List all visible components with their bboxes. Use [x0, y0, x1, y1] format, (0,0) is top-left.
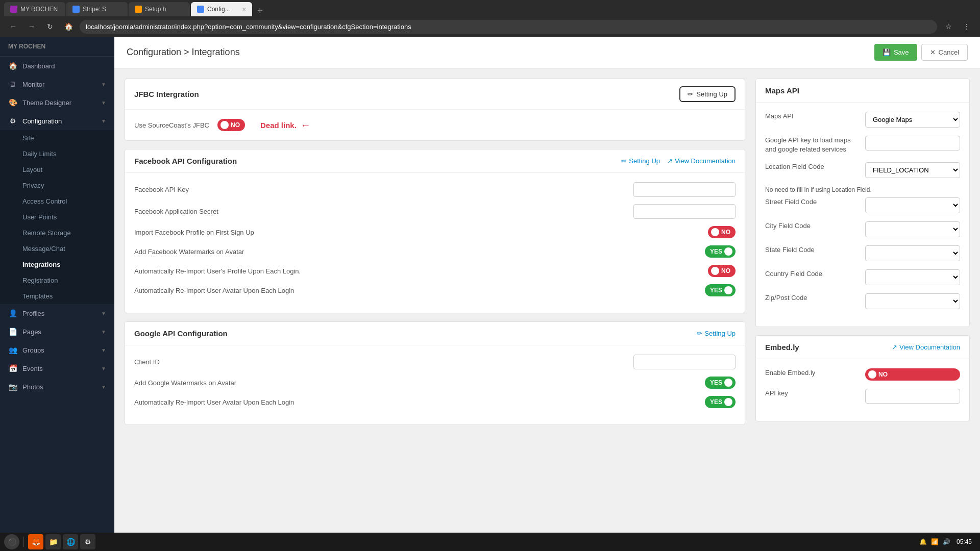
google-api-key-input[interactable]	[865, 136, 960, 151]
toggle-state: NO	[721, 229, 730, 236]
chevron-down-icon: ▼	[101, 329, 106, 335]
facebook-import-profile-toggle[interactable]: NO	[708, 226, 736, 238]
sidebar-item-privacy[interactable]: Privacy	[0, 178, 114, 193]
location-field-row: Location Field Code FIELD_LOCATION	[765, 162, 960, 178]
sidebar-item-pages[interactable]: 📄 Pages ▼	[0, 322, 114, 341]
embedly-api-key-input[interactable]	[865, 389, 960, 404]
sidebar-item-monitor[interactable]: 🖥 Monitor ▼	[0, 75, 114, 93]
toggle-state: YES	[710, 379, 722, 386]
sidebar-item-groups[interactable]: 👥 Groups ▼	[0, 341, 114, 359]
sidebar-item-site[interactable]: Site	[0, 130, 114, 146]
taskbar-app-2[interactable]: 📁	[45, 534, 61, 549]
view-doc-label: View Documentation	[675, 157, 736, 165]
maps-api-select[interactable]: Google Maps OpenStreetMap None	[865, 112, 960, 128]
back-button[interactable]: ←	[6, 19, 20, 34]
sidebar-item-theme-designer[interactable]: 🎨 Theme Designer ▼	[0, 93, 114, 112]
external-link-icon: ↗	[892, 343, 897, 351]
tab-label: MY ROCHEN	[20, 6, 58, 13]
sidebar-item-message-chat[interactable]: Message/Chat	[0, 241, 114, 257]
embedly-view-doc-button[interactable]: ↗ View Documentation	[892, 343, 960, 351]
maps-title: Maps API	[765, 86, 799, 95]
facebook-app-secret-input[interactable]	[633, 204, 736, 219]
tab-config[interactable]: Config... ✕	[191, 2, 252, 16]
facebook-import-profile-row: Import Facebook Profile on First Sign Up…	[134, 226, 736, 238]
home-button[interactable]: 🏠	[61, 19, 76, 34]
tab-myrochen[interactable]: MY ROCHEN	[4, 2, 65, 16]
configuration-icon: ⚙	[8, 116, 17, 126]
header-actions: 💾 Save ✕ Cancel	[874, 44, 968, 61]
no-fill-note: No need to fill in if using Location Fie…	[765, 186, 960, 193]
page-title: Configuration > Integrations	[127, 47, 240, 58]
sidebar-item-label: Pages	[22, 328, 41, 336]
setting-up-label: Setting Up	[704, 330, 736, 337]
country-field-select[interactable]	[865, 269, 960, 285]
sidebar-logo: MY ROCHEN	[0, 37, 114, 57]
facebook-api-key-row: Facebook API Key	[134, 182, 736, 197]
facebook-reimport-avatar-toggle[interactable]: YES	[705, 284, 736, 296]
sidebar-item-events[interactable]: 📅 Events ▼	[0, 359, 114, 378]
sidebar-item-user-points[interactable]: User Points	[0, 209, 114, 225]
bookmark-button[interactable]: ☆	[941, 19, 955, 34]
location-field-select[interactable]: FIELD_LOCATION	[865, 162, 960, 178]
sidebar-item-access-control[interactable]: Access Control	[0, 193, 114, 209]
refresh-button[interactable]: ↻	[43, 19, 57, 34]
sidebar-item-remote-storage[interactable]: Remote Storage	[0, 225, 114, 241]
arrow-left-icon: ←	[301, 119, 311, 131]
street-field-select[interactable]	[865, 197, 960, 213]
google-reimport-avatar-toggle[interactable]: YES	[705, 396, 736, 408]
save-button[interactable]: 💾 Save	[874, 44, 917, 61]
facebook-reimport-avatar-label: Automatically Re-Import User Avatar Upon…	[134, 287, 705, 294]
state-field-select[interactable]	[865, 245, 960, 261]
sidebar-item-configuration[interactable]: ⚙ Configuration ▼	[0, 112, 114, 130]
sidebar-item-photos[interactable]: 📷 Photos ▼	[0, 378, 114, 396]
address-input[interactable]	[80, 20, 937, 34]
sidebar-item-daily-limits[interactable]: Daily Limits	[0, 146, 114, 162]
facebook-watermark-toggle[interactable]: YES	[705, 245, 736, 258]
zip-field-select[interactable]	[865, 293, 960, 309]
taskbar-app-4[interactable]: ⚙	[80, 534, 95, 549]
sidebar-item-templates[interactable]: Templates	[0, 288, 114, 304]
sidebar-item-integrations[interactable]: Integrations	[0, 257, 114, 272]
right-panel: Maps API Maps API Google Maps OpenStreet…	[755, 79, 970, 425]
toggle-knob	[711, 228, 719, 236]
google-watermark-toggle[interactable]: YES	[705, 377, 736, 389]
sidebar-item-profiles[interactable]: 👤 Profiles ▼	[0, 304, 114, 322]
taskbar-time: 05:45	[957, 538, 976, 545]
sidebar-item-label: Daily Limits	[22, 150, 56, 158]
jfbc-setting-up-button[interactable]: ✏ Setting Up	[679, 86, 736, 102]
tab-close-icon[interactable]: ✕	[242, 7, 246, 12]
dead-link-annotation: Dead link.	[260, 121, 297, 130]
facebook-reimport-profile-toggle[interactable]: NO	[708, 265, 736, 277]
maps-api-row: Maps API Google Maps OpenStreetMap None	[765, 112, 960, 128]
cancel-button[interactable]: ✕ Cancel	[921, 44, 968, 61]
external-link-icon: ↗	[667, 157, 673, 165]
facebook-view-doc-button[interactable]: ↗ View Documentation	[667, 157, 736, 165]
sidebar-item-layout[interactable]: Layout	[0, 162, 114, 178]
taskbar: ⚫ 🦊 📁 🌐 ⚙ 🔔 📶 🔊 05:45	[0, 533, 980, 551]
new-tab-button[interactable]: +	[257, 6, 263, 16]
extensions-button[interactable]: ⋮	[960, 19, 974, 34]
google-watermark-row: Add Google Watermarks on Avatar YES	[134, 377, 736, 389]
embedly-enable-toggle[interactable]: NO	[865, 368, 960, 381]
taskbar-app-1[interactable]: 🦊	[28, 534, 43, 549]
city-field-select[interactable]	[865, 221, 960, 237]
tab-stripe[interactable]: Stripe: S	[66, 2, 128, 16]
facebook-setting-up-button[interactable]: ✏ Setting Up	[621, 157, 660, 165]
jfbc-toggle[interactable]: NO	[217, 119, 245, 131]
tab-setup[interactable]: Setup h	[129, 2, 190, 16]
street-field-label: Street Field Code	[765, 197, 857, 207]
forward-button[interactable]: →	[24, 19, 39, 34]
taskbar-app-3[interactable]: 🌐	[63, 534, 78, 549]
setting-up-icon: ✏	[697, 330, 702, 337]
facebook-watermark-label: Add Facebook Watermarks on Avatar	[134, 248, 705, 256]
sidebar-item-registration[interactable]: Registration	[0, 272, 114, 288]
google-setting-up-button[interactable]: ✏ Setting Up	[697, 330, 736, 337]
toggle-state: NO	[231, 121, 240, 129]
facebook-api-key-input[interactable]	[633, 182, 736, 197]
browser-tab-bar: MY ROCHEN Stripe: S Setup h Config... ✕ …	[0, 0, 980, 16]
start-button[interactable]: ⚫	[4, 534, 19, 549]
sidebar-item-dashboard[interactable]: 🏠 Dashboard	[0, 57, 114, 75]
sidebar-item-label: Events	[22, 365, 43, 372]
google-client-id-input[interactable]	[633, 355, 736, 369]
location-field-label: Location Field Code	[765, 162, 857, 171]
